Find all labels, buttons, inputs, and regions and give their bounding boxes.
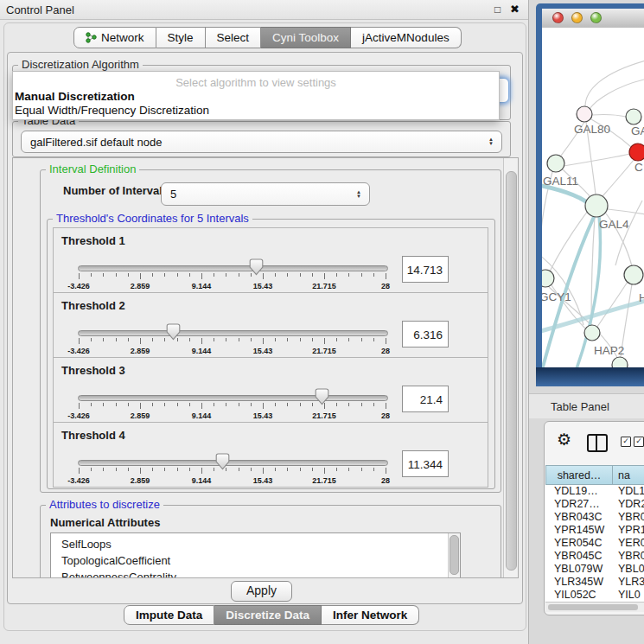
dropdown-option-manual[interactable]: Manual Discretization	[15, 90, 135, 103]
tick-mark	[140, 468, 141, 474]
tick-label: 9.144	[192, 411, 212, 420]
tick-label: 28	[381, 476, 390, 485]
network-node[interactable]	[612, 357, 628, 367]
tick-mark	[189, 338, 190, 341]
table-row[interactable]: YBR043CYBR0	[545, 511, 644, 524]
tick-mark	[263, 468, 264, 474]
tab-discretize-data[interactable]: Discretize Data	[214, 605, 322, 625]
table-data-value: galFiltered.sif default node	[22, 136, 488, 149]
threshold-value-field[interactable]: 14.713	[402, 256, 449, 283]
tab-cyni-toolbox[interactable]: Cyni Toolbox	[261, 27, 351, 48]
tick-mark	[300, 403, 301, 406]
list-item[interactable]: BetweennessCentrality	[51, 569, 460, 578]
table-row[interactable]: YBL079WYBL0	[545, 563, 644, 576]
tick-mark	[312, 403, 313, 406]
threshold-slider[interactable]: -3.4262.8599.14415.4321.71528	[78, 324, 386, 357]
minimize-traffic-light[interactable]	[571, 12, 583, 23]
select-none-check-icon[interactable]: ✓	[634, 437, 644, 447]
list-item[interactable]: TopologicalCoefficient	[51, 552, 460, 569]
cell-name: YBL0	[618, 563, 644, 576]
slider-thumb[interactable]	[215, 453, 230, 470]
tab-style[interactable]: Style	[156, 27, 206, 48]
tab-label: Network	[101, 28, 144, 48]
table-row[interactable]: YDR27…YDR2	[545, 498, 644, 511]
table-row[interactable]: YLR345WYLR3	[545, 576, 644, 589]
threshold-value-field[interactable]: 21.4	[402, 386, 449, 412]
threshold-slider[interactable]: -3.4262.8599.14415.4321.71528	[78, 454, 386, 487]
threshold-slider[interactable]: -3.4262.8599.14415.4321.71528	[78, 259, 386, 292]
tick-mark	[140, 273, 141, 279]
threshold-panel: Threshold 1-3.4262.8599.14415.4321.71528…	[53, 227, 488, 293]
tick-mark	[361, 468, 362, 471]
table-row[interactable]: YER054CYER0	[545, 537, 644, 550]
threshold-slider[interactable]: -3.4262.8599.14415.4321.71528	[78, 389, 386, 422]
network-node[interactable]	[585, 194, 608, 217]
tick-mark	[177, 403, 178, 406]
close-icon[interactable]: ✖	[510, 3, 520, 16]
tick-label: 28	[381, 411, 390, 420]
columns-icon[interactable]	[587, 434, 608, 452]
slider-thumb[interactable]	[315, 388, 329, 405]
tab-select[interactable]: Select	[206, 27, 262, 48]
network-node[interactable]	[542, 270, 554, 287]
close-traffic-light[interactable]	[552, 12, 564, 23]
tick-label: 15.43	[253, 476, 273, 485]
tick-mark	[239, 468, 239, 471]
list-item[interactable]: SelfLoops	[51, 533, 460, 552]
slider-track	[78, 265, 388, 271]
tick-label: 15.43	[253, 411, 273, 420]
tick-mark	[373, 338, 374, 341]
threshold-value-field[interactable]: 6.316	[402, 321, 449, 348]
slider-tick-labels: -3.4262.8599.14415.4321.71528	[79, 347, 386, 356]
column-header-shared[interactable]: shared…	[545, 465, 613, 485]
dropdown-option-equal-width[interactable]: Equal Width/Frequency Discretization	[15, 104, 209, 117]
horizontal-scrollbar[interactable]	[545, 602, 644, 612]
tab-jactivemnodules[interactable]: jActiveMNodules	[351, 27, 462, 48]
tick-mark	[189, 273, 190, 277]
table-panel: ⚙ ✓ ✓ shared… na YDL19…YDL1YDR27…YDR2YBR…	[544, 421, 644, 615]
table-panel-title: Table Panel	[551, 400, 609, 413]
table-row[interactable]: YDL19…YDL1	[545, 485, 644, 498]
tick-mark	[128, 338, 129, 341]
tick-mark	[312, 468, 313, 471]
threshold-label: Threshold 2	[61, 299, 125, 312]
numerical-attributes-list[interactable]: SelfLoopsTopologicalCoefficientBetweenne…	[50, 532, 461, 578]
network-node[interactable]	[626, 109, 641, 124]
node-label: GCY1	[542, 290, 571, 303]
list-scrollbar[interactable]	[448, 533, 460, 578]
network-node[interactable]	[624, 265, 643, 284]
gear-icon[interactable]: ⚙	[557, 431, 571, 448]
number-of-intervals-select[interactable]: 5 ▲▼	[161, 182, 370, 206]
tick-mark	[336, 273, 337, 277]
slider-thumb[interactable]	[166, 323, 181, 341]
tick-mark	[239, 338, 239, 341]
network-node[interactable]	[584, 325, 600, 341]
network-node[interactable]	[547, 155, 564, 172]
tab-infer-network[interactable]: Infer Network	[322, 605, 419, 625]
tab-impute-data[interactable]: Impute Data	[124, 605, 214, 625]
float-window-icon[interactable]: □	[494, 3, 501, 16]
table-row[interactable]: YPR145WYPR1	[545, 524, 644, 537]
cell-shared-name: YPR145W	[554, 524, 604, 537]
table-data-select[interactable]: galFiltered.sif default node ▲▼	[21, 131, 502, 153]
network-node[interactable]	[629, 143, 644, 161]
tick-mark	[312, 338, 313, 341]
network-canvas[interactable]: GAL80GACGAL11GAL4GCY1HHAP2	[542, 28, 644, 367]
network-node[interactable]	[577, 106, 592, 122]
zoom-traffic-light[interactable]	[590, 12, 602, 23]
slider-thumb[interactable]	[249, 258, 264, 276]
cell-shared-name: YLR345W	[554, 576, 603, 589]
column-header-name[interactable]: na	[613, 465, 644, 485]
vertical-scrollbar[interactable]	[503, 158, 518, 577]
tick-mark	[152, 468, 153, 471]
tick-label: 2.859	[131, 411, 150, 420]
select-all-check-icon[interactable]: ✓	[621, 437, 631, 447]
tick-mark	[214, 273, 214, 277]
tab-network[interactable]: Network	[73, 27, 156, 48]
tick-mark	[348, 468, 349, 471]
tick-mark	[275, 338, 276, 341]
apply-button[interactable]: Apply	[231, 581, 292, 602]
table-row[interactable]: YIL052CYIL0	[545, 589, 644, 602]
threshold-value-field[interactable]: 11.344	[402, 450, 449, 477]
table-row[interactable]: YBR045CYBR0	[545, 550, 644, 563]
